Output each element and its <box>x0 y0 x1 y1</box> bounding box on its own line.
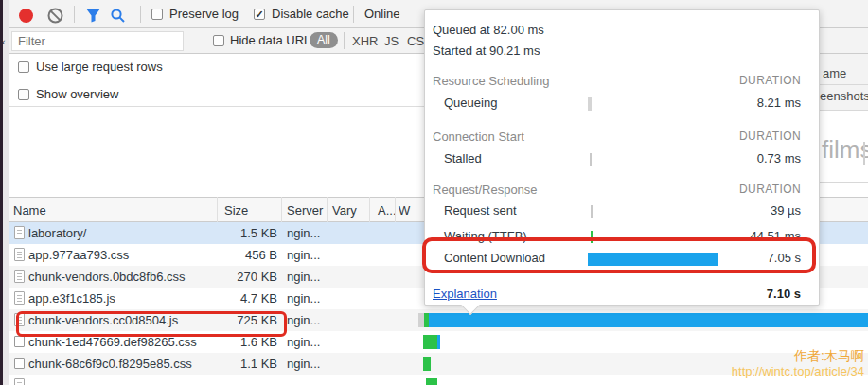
watermark-url: http://wintc.top/article/34 <box>732 364 864 378</box>
dock-divider-strip <box>3 0 9 385</box>
preserve-log-checkbox[interactable] <box>151 9 163 20</box>
disable-cache-label: Disable cache <box>272 7 349 21</box>
disable-cache-checkbox[interactable]: ✓ <box>254 9 265 20</box>
waterfall-bar-download <box>437 335 440 349</box>
request-server: ngin... <box>287 226 320 240</box>
background-page-text: ame <box>823 66 846 80</box>
filter-input[interactable] <box>11 31 184 51</box>
watermark-author: 作者:木马啊 <box>794 348 864 365</box>
phase-label: Stalled <box>444 151 482 166</box>
request-server: ngin... <box>287 357 320 371</box>
queued-at: Queued at 82.00 ms <box>433 23 801 39</box>
column-header-name[interactable]: Name <box>13 203 46 218</box>
record-button[interactable] <box>19 9 33 23</box>
request-size: 270 KB <box>217 270 277 284</box>
filter-type-css[interactable]: CS <box>407 34 424 48</box>
phase-value: 0.73 ms <box>757 151 801 166</box>
background-page-divider <box>820 182 868 183</box>
phase-bar <box>588 97 592 111</box>
request-size: 456 B <box>217 248 277 262</box>
toolbar-divider <box>74 6 75 23</box>
use-large-request-rows-checkbox[interactable] <box>18 61 29 73</box>
toolbar-divider <box>140 6 141 23</box>
annotation-box-request-row <box>16 311 287 337</box>
duration-header: DURATION <box>739 74 801 87</box>
column-header-server[interactable]: Server <box>287 203 323 218</box>
duration-header: DURATION <box>739 183 801 196</box>
filter-divider <box>344 32 345 49</box>
clear-icon[interactable] <box>47 8 63 24</box>
document-icon <box>14 291 25 305</box>
hide-data-urls-checkbox[interactable] <box>213 35 224 46</box>
show-overview-checkbox[interactable] <box>18 89 29 100</box>
phase-value: 39 µs <box>771 203 801 218</box>
document-icon <box>14 270 25 283</box>
throttling-select[interactable]: Online <box>364 7 400 21</box>
section-title: Request/Response <box>433 183 538 197</box>
request-name: laboratory/ <box>28 226 86 240</box>
filter-funnel-icon[interactable] <box>85 8 101 23</box>
filter-type-js[interactable]: JS <box>384 34 399 48</box>
request-server: ngin... <box>287 335 320 349</box>
request-size: 1.6 KB <box>217 335 277 349</box>
hide-data-urls-label: Hide data URLs <box>230 33 317 47</box>
document-icon <box>14 378 25 385</box>
show-overview-label: Show overview <box>36 87 118 101</box>
background-page-heading: films <box>822 135 868 165</box>
duration-header: DURATION <box>739 130 801 143</box>
request-size: 1.1 KB <box>217 357 277 371</box>
column-header-size[interactable]: Size <box>224 203 248 218</box>
preserve-log-label: Preserve log <box>169 7 239 21</box>
chevron-left-icon: ‹ <box>2 36 6 47</box>
filter-type-xhr[interactable]: XHR <box>352 34 378 48</box>
request-size: 1.5 KB <box>217 226 277 240</box>
phase-bar <box>590 153 592 166</box>
request-server: ngin... <box>287 248 320 262</box>
request-name: app.977aa793.css <box>28 248 129 262</box>
pending-file-icon <box>14 336 25 347</box>
document-icon <box>14 248 25 261</box>
phase-value: 8.21 ms <box>757 96 801 110</box>
search-icon[interactable] <box>110 8 126 24</box>
request-size: 4.7 KB <box>217 291 277 306</box>
request-name: chunk-68c6f9c0.f8295e85.css <box>28 357 192 371</box>
phase-bar <box>591 205 593 218</box>
request-name: chunk-vendors.0bdc8fb6.css <box>28 270 185 284</box>
section-title: Resource Scheduling <box>433 74 550 88</box>
waterfall-bar-download <box>429 313 868 327</box>
document-icon <box>14 226 25 239</box>
request-name: app.e3f1c185.js <box>28 291 115 306</box>
pending-file-icon <box>14 358 25 369</box>
background-page-text: eenshots. <box>820 89 868 103</box>
use-large-request-rows-label: Use large request rows <box>36 60 163 74</box>
total-duration: 7.10 s <box>767 287 801 301</box>
request-server: ngin... <box>287 291 320 306</box>
request-name: chunk-1ed47669.def98265.css <box>28 335 197 349</box>
explanation-link[interactable]: Explanation <box>433 287 497 301</box>
section-title: Connection Start <box>433 130 524 144</box>
filter-pill-all[interactable]: All <box>310 32 338 48</box>
waterfall-bar-waiting <box>426 378 437 385</box>
column-header-a[interactable]: A... <box>378 203 397 218</box>
request-server: ngin... <box>287 270 320 284</box>
background-page-divider <box>863 142 865 165</box>
waterfall-bar-waiting <box>423 335 437 349</box>
request-server: ngin... <box>287 313 320 327</box>
toolbar-divider <box>353 6 354 23</box>
background-page-divider <box>820 84 868 85</box>
annotation-box-content-download <box>422 237 816 273</box>
started-at: Started at 90.21 ms <box>433 44 801 60</box>
column-header-waterfall[interactable]: W <box>399 203 410 218</box>
column-header-vary[interactable]: Vary <box>332 203 357 218</box>
waterfall-bar-waiting <box>423 357 431 371</box>
phase-label: Queueing <box>444 96 497 110</box>
phase-label: Request sent <box>444 203 517 218</box>
